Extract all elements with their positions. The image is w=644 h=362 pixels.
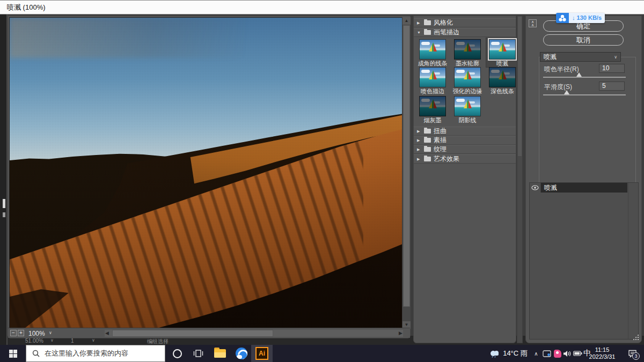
smoothness-slider[interactable]	[543, 94, 626, 95]
dialog-title: 喷溅 (100%)	[7, 3, 46, 12]
search-placeholder: 在这里输入你要搜索的内容	[45, 349, 128, 358]
file-explorer-button[interactable]	[209, 345, 231, 362]
browser-button[interactable]	[231, 345, 252, 362]
search-icon	[32, 350, 40, 357]
expand-arrow-icon: ▶	[417, 21, 421, 25]
statusbar-tool: 编组选择	[147, 338, 169, 345]
zoom-level[interactable]: 100%	[28, 330, 45, 337]
filter-thumbnail-image	[489, 39, 516, 60]
filter-thumb-dark-strokes[interactable]: 深色线条	[486, 66, 518, 95]
filter-thumbnail-image	[489, 67, 516, 87]
spray-radius-value[interactable]: 10	[599, 64, 625, 73]
hidden-icons-chevron-icon[interactable]: ∧	[532, 345, 540, 362]
spray-radius-slider[interactable]	[543, 77, 626, 78]
taskbar-clock[interactable]: 11:15 2022/3/31	[590, 345, 614, 362]
tray-display-icon[interactable]	[541, 345, 553, 362]
statusbar-artboard[interactable]: 1	[71, 338, 74, 344]
layers-scroll-strip	[628, 183, 638, 339]
windows-logo-icon	[9, 350, 17, 358]
preview-canvas[interactable]	[9, 17, 403, 328]
effect-layer-name: 喷溅	[541, 183, 627, 193]
statusbar-zoom[interactable]: 51.00%	[25, 338, 43, 344]
filter-thumbnail-image	[419, 96, 446, 116]
windows-taskbar: 在这里输入你要搜索的内容 Ai	[0, 345, 644, 362]
preview-vertical-scrollbar[interactable]: ▲ ▼	[402, 17, 410, 329]
filter-thumbnail-image	[419, 67, 446, 87]
expand-arrow-icon: ▶	[417, 129, 421, 134]
chevron-down-icon: ∨	[614, 55, 617, 60]
pink-app-icon	[554, 350, 561, 358]
filter-gallery-dialog: 51.00% ∨ 1 ∨ 编组选择 ▲ ▼	[0, 14, 644, 345]
preview-controls: − + 100% ∨ ◀ ▶	[8, 328, 410, 338]
slider-thumb[interactable]	[564, 90, 569, 94]
category-sketch[interactable]: ▶ 素描	[414, 136, 516, 145]
preview-horizontal-scrollbar[interactable]: ◀ ▶	[105, 330, 403, 337]
filter-thumb-angled-strokes[interactable]: 成角的线条	[416, 38, 449, 67]
volume-icon[interactable]	[561, 345, 573, 362]
download-speed-overlay[interactable]: ↓ 130 KB/s	[556, 13, 605, 23]
zoom-dropdown-chevron-icon[interactable]: ∨	[49, 330, 52, 335]
collapse-thumbnails-icon[interactable]: ∧∧	[529, 19, 537, 27]
category-texture[interactable]: ▶ 纹理	[414, 145, 516, 154]
illustrator-icon: Ai	[255, 347, 268, 360]
expand-arrow-icon: ▶	[417, 157, 421, 161]
scroll-left-icon[interactable]: ◀	[105, 330, 109, 336]
filter-thumbnail-image	[419, 39, 446, 60]
filter-select-dropdown[interactable]: 喷溅 ∨	[540, 52, 621, 62]
expand-arrow-icon: ▶	[417, 138, 421, 143]
browser-icon	[236, 348, 247, 359]
clock-date: 2022/3/31	[589, 353, 616, 360]
spray-radius-label: 喷色半径(R)	[544, 65, 579, 74]
netdisk-icon	[556, 13, 569, 23]
filter-thumb-sprayed-strokes[interactable]: 喷色描边	[416, 66, 449, 95]
slider-thumb[interactable]	[576, 72, 582, 77]
folder-icon	[424, 157, 431, 161]
filter-thumb-accented-edges[interactable]: 强化的边缘	[451, 66, 484, 95]
filter-pane-scrollbar[interactable]	[517, 16, 523, 343]
filter-thumbnail-image	[454, 39, 481, 60]
notification-count-badge[interactable]: 3	[632, 352, 640, 360]
zoom-in-button[interactable]: +	[18, 330, 24, 336]
battery-icon[interactable]	[572, 345, 583, 362]
app-edge-strip	[0, 14, 8, 345]
eye-icon	[531, 185, 539, 190]
filter-thumb-ink-outlines[interactable]: 墨水轮廓	[451, 38, 484, 67]
filter-thumb-spatter-selected[interactable]: 喷溅	[486, 38, 518, 67]
visibility-toggle[interactable]	[530, 183, 541, 193]
smoothness-value[interactable]: 5	[599, 82, 625, 91]
effect-layer-row[interactable]: 喷溅	[530, 183, 638, 193]
preview-pane: ▲ ▼ − + 100% ∨ ◀ ▶	[8, 16, 411, 338]
filter-thumbnail-image	[454, 67, 481, 87]
horizontal-scroll-thumb[interactable]	[112, 330, 273, 337]
statusbar-artboard-chevron-icon[interactable]: ∨	[92, 338, 95, 343]
task-view-button[interactable]	[188, 345, 209, 362]
scroll-up-icon[interactable]: ▲	[402, 17, 411, 25]
zoom-out-button[interactable]: −	[10, 330, 17, 336]
effect-layers-panel: 喷溅	[529, 182, 639, 339]
folder-icon	[424, 138, 431, 143]
folder-icon	[424, 147, 431, 152]
settings-panel: ∧∧ 确定 取消 喷溅 ∨ 喷色半径(R) 10 平滑度(S) 5	[525, 16, 642, 343]
illustrator-taskbar-button-active[interactable]: Ai	[251, 345, 273, 362]
category-stylize[interactable]: ▶ 风格化	[414, 18, 516, 27]
taskbar-search-input[interactable]: 在这里输入你要搜索的内容	[26, 345, 165, 362]
filter-thumbnail-image	[454, 96, 481, 116]
spatter-grain-texture	[10, 18, 402, 328]
filter-category-pane: ▶ 风格化 ▼ 画笔描边 成角的线条 墨水轮廓 喷溅	[413, 16, 516, 343]
statusbar-zoom-chevron-icon[interactable]: ∨	[50, 338, 54, 343]
clock-time: 11:15	[595, 346, 610, 353]
cortana-button[interactable]	[166, 345, 188, 362]
category-distort[interactable]: ▶ 扭曲	[414, 127, 516, 136]
category-artistic[interactable]: ▶ 艺术效果	[414, 154, 516, 164]
start-button[interactable]	[0, 345, 26, 362]
task-view-icon	[193, 349, 204, 358]
filter-thumb-sumi-e[interactable]: 烟灰墨	[416, 95, 449, 124]
vertical-scroll-thumb[interactable]	[403, 25, 410, 307]
weather-icon[interactable]	[488, 345, 502, 362]
cancel-button[interactable]: 取消	[543, 34, 624, 46]
scroll-right-icon[interactable]: ▶	[399, 330, 402, 336]
filter-thumb-crosshatch[interactable]: 阴影线	[451, 95, 484, 124]
folder-icon	[424, 20, 431, 25]
category-brush-strokes[interactable]: ▼ 画笔描边	[414, 28, 516, 37]
weather-text[interactable]: 14°C 雨	[502, 345, 529, 362]
